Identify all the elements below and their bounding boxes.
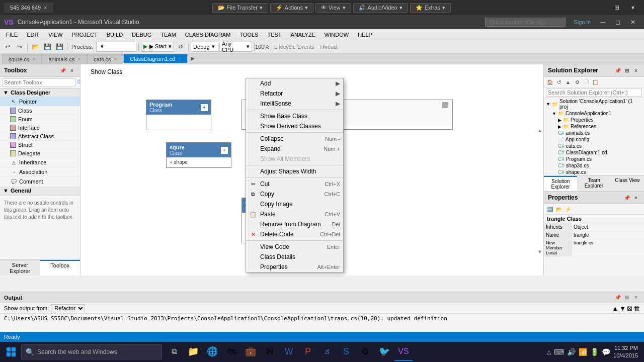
vs-restore-btn[interactable]: ◻: [611, 17, 625, 28]
class-box-squre-expand[interactable]: +: [221, 147, 228, 154]
win-app-office[interactable]: 💼: [242, 343, 260, 361]
toolbox-item-interface[interactable]: Interface: [0, 124, 80, 132]
vs-signin-btn[interactable]: Sign in: [570, 17, 595, 28]
audio-video-btn[interactable]: 🔊 Audio/Video ▾: [353, 3, 408, 13]
tree-item-props[interactable]: ▶ 📁 Properties: [544, 117, 644, 123]
props-sort-btn[interactable]: 🔤: [546, 205, 554, 213]
tab-cats-close[interactable]: ×: [114, 56, 117, 62]
ctx-show-derived[interactable]: Show Derived Classes: [246, 121, 343, 131]
ctx-expand[interactable]: Expand Num +: [246, 144, 343, 154]
ctx-view-code[interactable]: View Code Enter: [246, 242, 343, 252]
remote-expand-btn[interactable]: ▾: [626, 3, 640, 13]
output-down-btn[interactable]: ▼: [619, 305, 626, 312]
file-transfer-btn[interactable]: 📂 File Transfer ▾: [212, 3, 268, 13]
sol-props-btn[interactable]: 📋: [591, 78, 599, 86]
project-expand[interactable]: ▼: [552, 111, 556, 116]
tab-classdiagram[interactable]: ClassDiagram1.cd ×: [123, 54, 188, 64]
solution-search-input[interactable]: [546, 88, 642, 97]
toolbox-item-class[interactable]: Class: [0, 107, 80, 115]
win-app-ie[interactable]: 🌐: [203, 343, 221, 361]
tree-item-shap3d[interactable]: C# shap3d.cs: [544, 162, 644, 169]
process-dropdown[interactable]: ▾: [96, 42, 136, 52]
props-close-btn[interactable]: ×: [632, 194, 640, 202]
menu-team[interactable]: TEAM: [156, 31, 180, 39]
toolbox-group-general-header[interactable]: ▼ General: [0, 187, 80, 195]
toolbox-item-enum[interactable]: Enum: [0, 115, 80, 124]
output-pin-btn[interactable]: 📌: [614, 294, 622, 302]
tab-cats[interactable]: cats.cs ×: [87, 54, 123, 64]
output-up-btn[interactable]: ▲: [612, 305, 618, 312]
ctx-paste[interactable]: 📋 Paste Ctrl+V: [246, 209, 343, 219]
win-keyboard-icon[interactable]: ⌨: [554, 348, 564, 356]
ctx-copy[interactable]: ⧉ Copy Ctrl+C: [246, 189, 343, 199]
toolbox-item-inheritance[interactable]: △ Inheritance: [0, 158, 80, 167]
ctx-remove-diagram[interactable]: Remove from Diagram Del: [246, 219, 343, 229]
sol-filter-btn[interactable]: ⚙: [573, 78, 581, 86]
win-msg-icon[interactable]: 💬: [602, 348, 610, 356]
tb-restart-btn[interactable]: ↺: [175, 41, 186, 52]
menu-build[interactable]: BUILD: [103, 31, 127, 39]
view-btn[interactable]: 👁 View ▾: [315, 3, 351, 13]
toolbox-search-input[interactable]: [2, 78, 75, 86]
class-box-squre[interactable]: squre Class + + shape: [166, 142, 231, 168]
tb-redo-btn[interactable]: ↪: [14, 41, 25, 52]
win-app-ppt[interactable]: P: [299, 343, 317, 361]
ctx-refactor[interactable]: Refactor ▶: [246, 88, 343, 99]
ctx-collapse[interactable]: Collapse Num -: [246, 134, 343, 144]
menu-debug[interactable]: DEBUG: [128, 31, 155, 39]
win-start-btn[interactable]: [2, 343, 20, 361]
tb-save-all-btn[interactable]: 💾: [54, 41, 65, 52]
win-app-mail[interactable]: ✉: [261, 343, 279, 361]
tab-animals[interactable]: animals.cs ×: [42, 54, 87, 64]
solution-expand-btn[interactable]: ⊞: [623, 66, 631, 74]
win-app-vs[interactable]: VS: [394, 343, 413, 361]
solution-close-btn[interactable]: ×: [632, 66, 640, 74]
diagram-scroll-down[interactable]: ▼: [537, 249, 542, 254]
sol-collapse-btn[interactable]: ▲: [564, 78, 572, 86]
vs-close-btn[interactable]: ✕: [626, 17, 640, 28]
menu-edit[interactable]: EDIT: [23, 31, 43, 39]
ctx-delete-code[interactable]: ✕ Delete Code Ctrl+Del: [246, 229, 343, 239]
tree-item-cats[interactable]: C# cats.cs: [544, 143, 644, 149]
solution-pin-btn[interactable]: 📌: [614, 66, 622, 74]
toolbox-item-comment[interactable]: 💬 Comment: [0, 177, 80, 187]
ctx-copy-image[interactable]: Copy Image: [246, 199, 343, 209]
class-box-program[interactable]: Program Class +: [146, 100, 211, 130]
win-battery-icon[interactable]: 🔋: [590, 348, 599, 356]
tab-pin-btn[interactable]: ▸: [188, 52, 198, 64]
diagram-scroll-up[interactable]: ▲: [537, 128, 542, 133]
tree-item-shapecs[interactable]: C# shape.cs: [544, 169, 644, 175]
tree-item-project[interactable]: ▼ 📁 ConsoleApplication1: [544, 110, 644, 117]
ctx-cut[interactable]: ✂ Cut Ctrl+X: [246, 179, 343, 189]
props-pin-btn[interactable]: 📌: [623, 194, 631, 202]
win-search-bar[interactable]: 🔍 Search the web and Windows: [21, 344, 162, 359]
show-from-select[interactable]: Refactor: [51, 304, 85, 312]
win-app-word[interactable]: W: [280, 343, 298, 361]
refs-expand[interactable]: ▶: [558, 124, 561, 129]
props-events-btn[interactable]: ⚡: [564, 205, 572, 213]
menu-view[interactable]: VIEW: [44, 31, 66, 39]
menu-class-diagram[interactable]: CLASS DIAGRAM: [181, 31, 234, 39]
sol-home-btn[interactable]: 🏠: [546, 78, 554, 86]
start-btn[interactable]: ▶ ▶ Start ▾: [141, 42, 174, 52]
win-app-taskview[interactable]: ⧉: [165, 343, 183, 361]
actions-btn[interactable]: ⚡ Actions ▾: [270, 3, 313, 13]
menu-tools[interactable]: TOOLS: [235, 31, 262, 39]
toolbox-tab-server[interactable]: Server Explorer: [0, 260, 40, 276]
win-network-icon[interactable]: 📶: [579, 348, 587, 356]
win-app-settings[interactable]: ⚙: [356, 343, 374, 361]
tb-save-btn[interactable]: 💾: [42, 41, 53, 52]
sol-file-btn[interactable]: 📄: [582, 78, 590, 86]
toolbox-item-delegate[interactable]: Delegate: [0, 149, 80, 158]
sol-refresh-btn[interactable]: ↺: [555, 78, 563, 86]
win-volume-icon[interactable]: 🔊: [567, 348, 576, 356]
win-app-store[interactable]: 🛍: [222, 343, 240, 361]
class-box-program-expand[interactable]: +: [201, 104, 208, 111]
output-expand-btn[interactable]: ⊞: [623, 294, 631, 302]
vs-search-input[interactable]: [485, 18, 566, 27]
remote-grid-btn[interactable]: ⊞: [610, 3, 624, 13]
tree-item-solution[interactable]: ▼ 📁 Solution 'ConsoleApplication1' (1 pr…: [544, 98, 644, 110]
toolbox-item-association[interactable]: → Association: [0, 167, 80, 177]
toolbox-tab-toolbox[interactable]: Toolbox: [40, 260, 80, 276]
menu-test[interactable]: TEST: [263, 31, 285, 39]
